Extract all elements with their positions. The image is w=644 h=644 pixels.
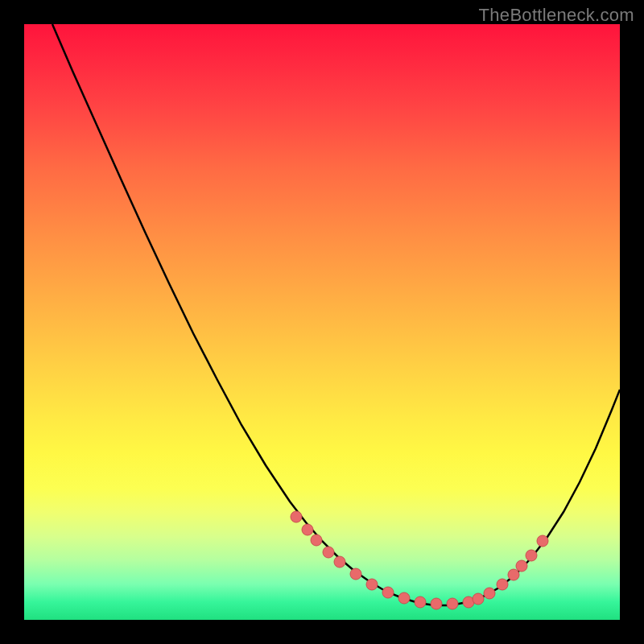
curve-marker bbox=[473, 593, 484, 605]
curve-marker bbox=[415, 597, 426, 608]
highlight-markers bbox=[291, 511, 548, 609]
curve-marker bbox=[447, 598, 458, 609]
curve-marker bbox=[431, 598, 442, 609]
curve-marker bbox=[323, 547, 334, 558]
curve-marker bbox=[366, 579, 378, 590]
watermark-text: TheBottleneck.com bbox=[479, 5, 634, 26]
curve-marker bbox=[398, 592, 410, 604]
curve-marker bbox=[350, 568, 361, 580]
curve-marker bbox=[516, 560, 527, 572]
curve-marker bbox=[291, 511, 302, 522]
curve-marker bbox=[484, 588, 495, 599]
curve-marker bbox=[537, 535, 548, 547]
curve-marker bbox=[497, 579, 508, 590]
curve-marker bbox=[302, 524, 313, 535]
curve-marker bbox=[526, 550, 537, 561]
bottleneck-curve bbox=[52, 24, 620, 605]
curve-marker bbox=[334, 556, 345, 568]
curve-marker bbox=[508, 569, 519, 580]
curve-marker bbox=[382, 587, 394, 598]
chart-plot-area bbox=[24, 24, 620, 620]
curve-marker bbox=[311, 535, 322, 546]
chart-svg bbox=[24, 24, 620, 620]
